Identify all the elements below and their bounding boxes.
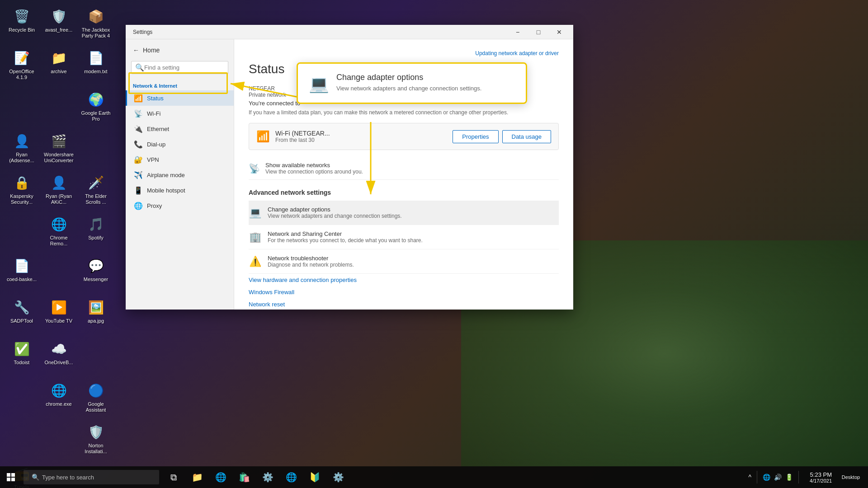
- desktop-icon-recycle-bin[interactable]: 🗑️ Recycle Bin: [4, 4, 40, 43]
- show-networks-sub: View the connection options around you.: [265, 169, 363, 175]
- desktop-icon-elder-scrolls[interactable]: 🗡️ The Elder Scrolls ...: [78, 170, 114, 210]
- callout-sub: View network adapters and change connect…: [336, 85, 481, 92]
- desktop-icon-wondershare[interactable]: 🎬 Wondershare UniConverter: [41, 128, 77, 168]
- sidebar-item-wifi[interactable]: 📡 Wi-Fi: [126, 106, 234, 121]
- status-label: Status: [147, 95, 164, 102]
- desktop-icon-archive[interactable]: 📁 archive: [41, 45, 77, 85]
- desktop-icon-norton[interactable]: 🛡️ Norton Installati...: [78, 419, 114, 459]
- close-button[interactable]: ✕: [549, 25, 570, 39]
- troubleshooter-row[interactable]: ⚠️ Network troubleshooter Diagnose and f…: [249, 249, 559, 274]
- window-titlebar: Settings − □ ✕: [126, 25, 573, 39]
- data-usage-button[interactable]: Data usage: [502, 130, 552, 143]
- view-hardware-link[interactable]: View hardware and connection properties: [249, 274, 559, 286]
- sidebar-item-status[interactable]: 📶 Status: [126, 90, 234, 106]
- update-link[interactable]: Updating network adapter or driver: [475, 50, 559, 56]
- desktop-icon-spotify[interactable]: 🎵 Spotify: [78, 211, 114, 251]
- settings-search-input[interactable]: [144, 64, 224, 71]
- airplane-icon: ✈️: [134, 171, 142, 179]
- volume-icon[interactable]: 🔊: [774, 474, 782, 481]
- sidebar-item-dialup[interactable]: 📞 Dial-up: [126, 136, 234, 152]
- sys-tray-icons: ^ 🌐 🔊 🔋: [745, 471, 804, 483]
- settings-taskbar-button[interactable]: ⚙️: [257, 466, 278, 488]
- windows-firewall-link[interactable]: Windows Firewall: [249, 286, 559, 298]
- system-clock[interactable]: 5:23 PM 4/17/2021: [806, 471, 835, 483]
- edge-button[interactable]: 🌐: [210, 466, 231, 488]
- desktop-icon-chrome[interactable]: 🌐 Chrome Remo...: [41, 211, 77, 251]
- callout-icon: 💻: [309, 75, 329, 94]
- dialup-label: Dial-up: [147, 141, 165, 148]
- system-tray: ^ 🌐 🔊 🔋 5:23 PM 4/17/2021 Desktop: [745, 466, 868, 488]
- settings-search-box[interactable]: 🔍: [131, 61, 228, 74]
- airplane-label: Airplane mode: [147, 172, 185, 178]
- start-button[interactable]: [0, 466, 22, 488]
- wifi-icon: 📡: [134, 109, 142, 117]
- desktop-icon-chrome-exe[interactable]: 🌐 chrome.exe: [41, 378, 77, 418]
- vpn-icon: 🔐: [134, 155, 142, 164]
- change-adapter-icon: 💻: [249, 207, 261, 219]
- taskbar-app-icons: ⧉ 📁 🌐 🛍️ ⚙️ 🌐 🔰 ⚙️: [163, 466, 349, 488]
- desktop-icon-modem[interactable]: 📄 modem.txt: [78, 45, 114, 85]
- hotspot-label: Mobile hotspot: [147, 187, 185, 194]
- edge-icon: 🌐: [215, 472, 226, 483]
- desktop-icon-sadptool[interactable]: 🔧 SADPTool: [4, 295, 40, 334]
- window-controls: − □ ✕: [507, 25, 570, 39]
- chrome-taskbar-icon: 🌐: [286, 472, 297, 483]
- sidebar-item-vpn[interactable]: 🔐 VPN: [126, 152, 234, 167]
- chrome-taskbar-button[interactable]: 🌐: [280, 466, 302, 488]
- svg-rect-4: [7, 473, 10, 477]
- desktop-icon-google-assistant[interactable]: 🔵 Google Assistant: [78, 378, 114, 418]
- desktop-icon-onedrive[interactable]: ☁️ OneDriveB...: [41, 336, 77, 376]
- home-label: Home: [143, 47, 160, 54]
- desktop-icon-youtube[interactable]: ▶️ YouTube TV: [41, 295, 77, 334]
- network-reset-link[interactable]: Network reset: [249, 298, 559, 310]
- sidebar-item-hotspot[interactable]: 📱 Mobile hotspot: [126, 183, 234, 198]
- desktop-icon-todoist[interactable]: ✅ Todoist: [4, 336, 40, 376]
- sidebar-item-proxy[interactable]: 🌐 Proxy: [126, 198, 234, 213]
- desktop-icon-messenger[interactable]: 💬 Messenger: [78, 253, 114, 293]
- desktop-icon-coed[interactable]: 📄 coed-baske...: [4, 253, 40, 293]
- status-icon: 📶: [134, 94, 142, 102]
- settings2-taskbar-button[interactable]: ⚙️: [327, 466, 349, 488]
- taskbar: 🔍 Type here to search ⧉ 📁 🌐 🛍️ ⚙️ 🌐: [0, 466, 868, 488]
- search-icon: 🔍: [135, 63, 144, 72]
- desktop-icon-ryan-akic[interactable]: 👤 Ryan (Ryan AKiC...: [41, 170, 77, 210]
- desktop-icon-ryan-adsense[interactable]: 👤 Ryan (Adsense...: [4, 128, 40, 168]
- battery-icon[interactable]: 🔋: [785, 474, 793, 481]
- wifi-buttons: Properties Data usage: [453, 130, 551, 143]
- wifi-signal-icon: 📶: [256, 130, 270, 143]
- desktop-icon-avast[interactable]: 🛡️ avast_free...: [41, 4, 77, 43]
- sidebar-item-airplane[interactable]: ✈️ Airplane mode: [126, 167, 234, 183]
- network-tray-icon[interactable]: 🌐: [763, 474, 770, 481]
- chevron-icon[interactable]: ^: [748, 474, 751, 481]
- change-adapter-row[interactable]: 💻 Change adapter options View network ad…: [249, 201, 559, 225]
- desktop-icon-jackbox[interactable]: 📦 The Jackbox Party Pack 4: [78, 4, 114, 43]
- taskbar-search[interactable]: 🔍 Type here to search: [24, 470, 159, 484]
- tray-divider2: [798, 471, 799, 483]
- security-taskbar-button[interactable]: 🔰: [304, 466, 326, 488]
- back-button[interactable]: ← Home: [126, 43, 234, 57]
- ethernet-label: Ethernet: [147, 126, 169, 132]
- proxy-icon: 🌐: [134, 202, 142, 210]
- sidebar-item-ethernet[interactable]: 🔌 Ethernet: [126, 121, 234, 136]
- desktop-icon-openoffice[interactable]: 📝 OpenOffice 4.1.9: [4, 45, 40, 85]
- show-networks-row[interactable]: 📡 Show available networks View the conne…: [249, 157, 559, 180]
- store-button[interactable]: 🛍️: [233, 466, 255, 488]
- file-explorer-button[interactable]: 📁: [186, 466, 208, 488]
- network-sharing-sub: For the networks you connect to, decide …: [268, 237, 423, 244]
- network-sharing-row[interactable]: 🏢 Network and Sharing Center For the net…: [249, 225, 559, 249]
- window-title: Settings: [129, 29, 507, 35]
- task-view-button[interactable]: ⧉: [163, 466, 184, 488]
- maximize-button[interactable]: □: [528, 25, 549, 39]
- desktop-button[interactable]: Desktop: [837, 466, 864, 488]
- properties-button[interactable]: Properties: [453, 130, 498, 143]
- troubleshooter-title: Network troubleshooter: [268, 255, 354, 262]
- desktop-icon-apa[interactable]: 🖼️ apa.jpg: [78, 295, 114, 334]
- desktop-icon-google-earth[interactable]: 🌍 Google Earth Pro: [78, 87, 114, 127]
- minimize-button[interactable]: −: [507, 25, 528, 39]
- ethernet-icon: 🔌: [134, 125, 142, 133]
- desktop-icon-kaspersky[interactable]: 🔒 Kaspersky Security...: [4, 170, 40, 210]
- dialup-icon: 📞: [134, 140, 142, 148]
- taskbar-search-icon: 🔍: [32, 474, 39, 481]
- task-view-icon: ⧉: [170, 472, 177, 483]
- security-taskbar-icon: 🔰: [309, 472, 321, 483]
